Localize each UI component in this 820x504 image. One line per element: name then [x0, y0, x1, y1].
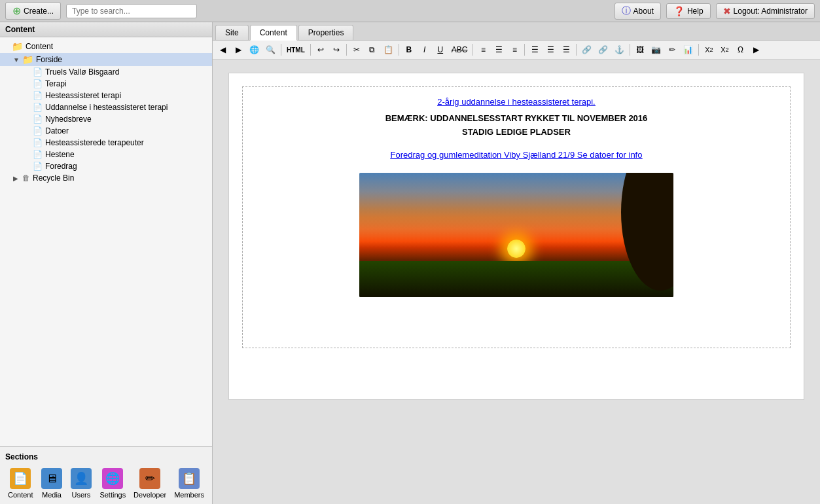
more-btn[interactable]: ▶ [749, 43, 763, 57]
logout-button[interactable]: ✖ Logout: Administrator [716, 3, 815, 19]
tree-label: Content [26, 42, 53, 51]
copy-btn[interactable]: ⧉ [365, 43, 380, 57]
align-center-btn[interactable]: ☰ [491, 43, 506, 57]
tree-label: Hestene [45, 150, 75, 159]
content-tree: 📁Content▼📁Forside📄Truels Vallø Bisgaard📄… [0, 37, 212, 187]
uddannelse-link[interactable]: 2-årig uddannelse i hesteassisteret tera… [437, 97, 595, 107]
foredrag-link[interactable]: Foredrag og gumlemeditation Viby Sjællan… [391, 150, 643, 160]
align-right-btn[interactable]: ≡ [507, 43, 522, 57]
pladser-line: STADIG LEDIGE PLADSER [253, 127, 780, 137]
sections-panel: Sections 📄 Content 🖥 Media 👤 Users 🌐 Set… [0, 446, 212, 504]
tree-item-nyhedsbreve[interactable]: 📄Nyhedsbreve [0, 113, 212, 125]
section-item-developer[interactable]: ✏ Developer [131, 465, 169, 501]
sections-icons: 📄 Content 🖥 Media 👤 Users 🌐 Settings ✏ D… [3, 465, 209, 501]
section-label-media: Media [42, 491, 62, 499]
doc-icon: 📄 [33, 103, 43, 112]
content-block[interactable]: 2-årig uddannelse i hesteassisteret tera… [242, 86, 791, 348]
sep2 [310, 44, 311, 56]
sep6 [524, 44, 525, 56]
doc-icon: 📄 [33, 67, 43, 77]
edit-btn[interactable]: ✏ [665, 43, 679, 57]
table-btn[interactable]: 📊 [681, 43, 696, 57]
help-button[interactable]: ❓ Help [666, 3, 711, 19]
undo-btn[interactable]: ↩ [313, 43, 328, 57]
fwd-btn[interactable]: ▶ [231, 43, 245, 57]
numbering-btn[interactable]: ☰ [543, 43, 558, 57]
left-panel: Content 📁Content▼📁Forside📄Truels Vallø B… [0, 22, 213, 504]
about-button[interactable]: ⓘ About [615, 3, 661, 20]
doc-icon: 📄 [33, 162, 43, 171]
folder-icon: 📁 [12, 41, 23, 52]
topbar: ⊕ Create... ⓘ About ❓ Help ✖ Logout: Adm… [0, 0, 820, 22]
right-panel: SiteContentProperties ◀ ▶ 🌐 🔍 HTML ↩ ↪ ✂… [213, 22, 820, 504]
tree-item-hesteassisterede[interactable]: 📄Hesteassisterede terapeuter [0, 137, 212, 149]
main-layout: Content 📁Content▼📁Forside📄Truels Vallø B… [0, 22, 820, 504]
search-input[interactable] [66, 4, 197, 18]
help-label: Help [687, 7, 704, 16]
section-icon-developer: ✏ [139, 468, 160, 489]
tree-item-content-root[interactable]: 📁Content [0, 40, 212, 53]
tree-item-forside[interactable]: ▼📁Forside [0, 53, 212, 66]
html-btn[interactable]: HTML [284, 43, 308, 57]
help-icon: ❓ [673, 6, 685, 16]
tree-item-hestene[interactable]: 📄Hestene [0, 149, 212, 160]
back-btn[interactable]: ◀ [215, 43, 230, 57]
tree-item-truels[interactable]: 📄Truels Vallø Bisgaard [0, 66, 212, 78]
anchor-btn[interactable]: ⚓ [612, 43, 627, 57]
section-item-users[interactable]: 👤 Users [67, 465, 94, 501]
tab-site[interactable]: Site [215, 25, 249, 40]
underline-btn[interactable]: U [433, 43, 448, 57]
bold-btn[interactable]: B [402, 43, 416, 57]
unlink-btn[interactable]: 🔗 [596, 43, 611, 57]
subscript-btn[interactable]: X2 [702, 43, 716, 57]
doc-icon: 📄 [33, 115, 43, 124]
tree-item-foredrag[interactable]: 📄Foredrag [0, 160, 212, 172]
section-label-users: Users [72, 491, 91, 499]
create-button[interactable]: ⊕ Create... [5, 2, 61, 20]
tree-label: Terapi [45, 79, 67, 88]
section-item-settings[interactable]: 🌐 Settings [97, 465, 128, 501]
logout-icon: ✖ [723, 6, 731, 16]
section-item-content[interactable]: 📄 Content [5, 465, 36, 501]
tree-item-hesteassisteret[interactable]: 📄Hesteassisteret terapi [0, 90, 212, 101]
media-btn[interactable]: 📷 [649, 43, 664, 57]
cut-btn[interactable]: ✂ [349, 43, 364, 57]
section-icon-users: 👤 [71, 468, 92, 489]
image-btn[interactable]: 🖼 [633, 43, 647, 57]
section-label-settings: Settings [99, 491, 126, 499]
strikethrough-btn[interactable]: ABC [449, 43, 471, 57]
world-btn[interactable]: 🌐 [247, 43, 262, 57]
italic-btn[interactable]: I [418, 43, 432, 57]
recycle-icon: 🗑 [22, 173, 30, 183]
editor-toolbar: ◀ ▶ 🌐 🔍 HTML ↩ ↪ ✂ ⧉ 📋 B I U ABC ≡ ☰ ≡ ☰… [213, 41, 820, 60]
content-section-header: Content [0, 22, 212, 37]
tree-item-datoer[interactable]: 📄Datoer [0, 125, 212, 137]
content-section: Content 📁Content▼📁Forside📄Truels Vallø B… [0, 22, 212, 446]
tree-item-recycle[interactable]: ▶🗑Recycle Bin [0, 172, 212, 184]
bullets-btn[interactable]: ☰ [527, 43, 542, 57]
link-btn[interactable]: 🔗 [579, 43, 594, 57]
sep3 [346, 44, 347, 56]
sep9 [698, 44, 699, 56]
create-label: Create... [24, 7, 54, 16]
redo-btn[interactable]: ↪ [329, 43, 344, 57]
superscript-btn[interactable]: X2 [717, 43, 732, 57]
plus-icon: ⊕ [12, 5, 21, 17]
indent-btn[interactable]: ☰ [559, 43, 573, 57]
tree-label: Hesteassisterede terapeuter [45, 138, 144, 147]
editor-frame: 2-årig uddannelse i hesteassisteret tera… [228, 73, 804, 400]
zoom-btn[interactable]: 🔍 [263, 43, 278, 57]
special-char-btn[interactable]: Ω [733, 43, 747, 57]
foredrag-link-para[interactable]: Foredrag og gumlemeditation Viby Sjællan… [253, 150, 780, 160]
tree-item-terapi[interactable]: 📄Terapi [0, 78, 212, 90]
tab-content[interactable]: Content [250, 25, 297, 41]
tree-label: Forside [36, 55, 62, 64]
heading-link[interactable]: 2-årig uddannelse i hesteassisteret tera… [253, 97, 780, 107]
section-item-members[interactable]: 📋 Members [171, 465, 207, 501]
tree-item-uddannelse[interactable]: 📄Uddannelse i hesteassisteret terapi [0, 101, 212, 113]
sep8 [630, 44, 630, 56]
tab-properties[interactable]: Properties [298, 25, 354, 40]
paste-btn[interactable]: 📋 [381, 43, 396, 57]
align-left-btn[interactable]: ≡ [476, 43, 490, 57]
section-item-media[interactable]: 🖥 Media [39, 465, 65, 501]
